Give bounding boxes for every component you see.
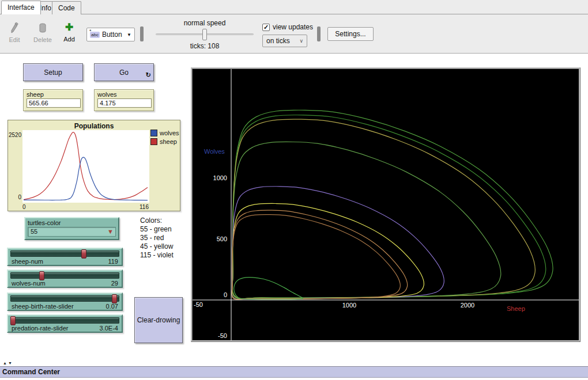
go-button[interactable]: Go ↻ [94,63,154,81]
wolves-monitor-value: 4.175 [97,98,152,108]
sheep-birth-rate-slider[interactable]: sheep-birth-rate-slider0.07 [7,292,123,311]
setup-button-label: Setup [44,69,62,77]
slider-handle[interactable] [112,294,117,303]
sheep-monitor-label: sheep [27,91,80,98]
slider-label: predation-rate-slider [12,325,68,332]
ticks-counter: ticks: 108 [161,42,248,50]
note-line: 55 - green [140,225,174,234]
slider-track[interactable] [10,295,119,302]
command-center-title: Command Center [2,368,60,376]
slider-handle[interactable] [39,271,44,280]
slider-track[interactable] [10,272,119,279]
plus-icon: ✚ [61,22,77,35]
trash-icon [31,22,54,35]
slider-label: wolves-num [12,280,46,287]
note-line: Colors: [140,216,174,225]
delete-button[interactable]: Delete [31,22,54,43]
speed-slider[interactable] [156,33,254,35]
widget-type-value: Button [102,31,122,39]
combo-arrow-icon: ∨ [299,38,303,44]
legend-wolves-label: wolves [160,130,179,136]
slider-track[interactable] [10,250,119,257]
add-button[interactable]: ✚ Add [61,22,77,43]
go-button-label: Go [119,69,129,77]
update-mode-dropdown[interactable]: on ticks ∨ [262,35,307,47]
add-label: Add [63,36,75,43]
slider-value: 119 [108,258,118,265]
series-wolves [24,157,148,200]
y-tick-1000: 1000 [213,174,227,181]
plot-canvas [22,130,149,203]
delete-label: Delete [33,36,52,43]
predation-rate-slider[interactable]: predation-rate-slider3.0E-4 [7,314,123,333]
world-view[interactable]: 0500100010002000-50-50WolvesSheep [191,67,581,342]
sheep-num-slider[interactable]: sheep-num119 [7,248,123,266]
widget-type-dropdown[interactable]: abc Button ▼ [86,28,135,41]
y-tick-0: 0 [224,291,227,298]
slider-label: sheep-birth-rate-slider [12,303,74,310]
wolves-num-slider[interactable]: wolves-num29 [7,269,123,288]
netlogo-window: Interface Info Code Edit Delete ✚ Add ab… [0,0,588,380]
slider-handle[interactable] [10,316,16,325]
tab-bar: Interface Info Code [0,0,588,14]
chooser-label: turtles-color [28,219,116,226]
toolbar-separator [317,26,321,41]
wolves-monitor-label: wolves [97,91,150,98]
chooser-value-box[interactable]: 55 ▼ [28,227,116,237]
tab-interface[interactable]: Interface [1,1,41,14]
slider-value: 29 [111,280,118,287]
x-tick-2000: 2000 [461,302,474,309]
note-line: 45 - yellow [140,242,174,251]
slider-value: 3.0E-4 [100,325,118,332]
plot-ymax-tick: 2520 [9,132,21,138]
legend-sheep: sheep [150,138,179,145]
note-line: 35 - red [140,234,174,242]
toolbar: Edit Delete ✚ Add abc Button ▼ normal sp… [0,14,588,54]
speed-slider-label: normal speed [161,19,248,27]
settings-button[interactable]: Settings... [327,27,374,41]
populations-chart-svg [22,130,149,203]
phase-portrait-svg: 0500100010002000-50-50WolvesSheep [193,69,579,340]
x-min-label: -50 [194,301,203,308]
clear-drowing-label: Clear-drowing [137,316,180,324]
y-tick-500: 500 [217,235,227,242]
populations-plot: Populations 2520 0 0 116 wolves sheep [7,120,180,211]
setup-button[interactable]: Setup [23,63,83,81]
abc-widget-icon: abc [90,32,100,38]
slider-label: sheep-num [12,258,43,265]
speed-slider-thumb[interactable] [202,29,207,40]
sheep-axis-label: Sheep [507,305,525,312]
command-center-splitter[interactable]: ▲▼ [3,361,13,365]
tab-code[interactable]: Code [52,1,81,14]
dropdown-arrow-icon: ▼ [127,32,131,37]
plot-xmax-tick: 116 [140,204,149,210]
slider-track[interactable] [10,317,119,324]
wolves-axis-label: Wolves [204,148,225,155]
plot-legend: wolves sheep [150,130,179,147]
sheep-swatch [150,138,157,145]
y-min-label: -50 [218,332,227,339]
chooser-value: 55 [31,228,37,235]
pencil-icon [6,22,23,35]
update-mode-value: on ticks [266,37,290,45]
slider-value: 0.07 [106,303,118,310]
slider-handle[interactable] [81,249,86,259]
forever-icon: ↻ [146,71,151,79]
turtles-color-chooser[interactable]: turtles-color 55 ▼ [24,217,119,240]
clear-drowing-button[interactable]: Clear-drowing [134,297,183,343]
sheep-monitor-value: 565.66 [27,98,81,108]
wolves-monitor: wolves 4.175 [94,89,154,111]
plot-xmin-tick: 0 [22,204,26,210]
plot-title: Populations [8,122,180,130]
toolbar-separator [140,26,144,41]
view-updates-checkbox[interactable]: ✓ [262,24,270,31]
chooser-arrow-icon: ▼ [107,228,114,235]
edit-button[interactable]: Edit [6,22,23,43]
series-sheep [24,132,148,200]
legend-sheep-label: sheep [160,138,177,145]
x-tick-1000: 1000 [342,302,356,309]
view-updates-label: view updates [273,23,313,31]
colors-note: Colors: 55 - green 35 - red 45 - yellow … [140,216,174,260]
command-center-header[interactable]: Command Center [0,366,588,378]
sheep-monitor: sheep 565.66 [23,89,83,111]
